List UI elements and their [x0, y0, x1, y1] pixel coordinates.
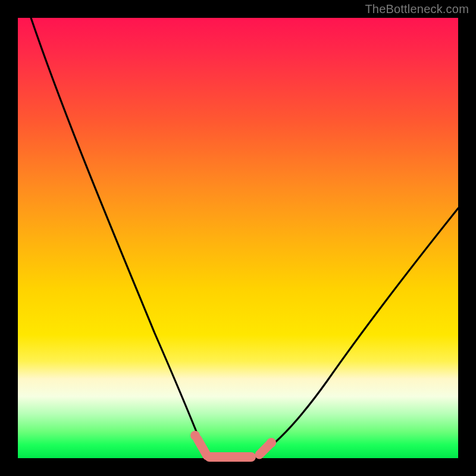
watermark-text: TheBottleneck.com [365, 2, 469, 16]
left-curve [31, 18, 207, 457]
right-dot-marker [267, 438, 276, 447]
left-seg-marker [198, 439, 207, 456]
plot-area [18, 18, 458, 458]
right-curve [256, 208, 458, 457]
curves-svg [18, 18, 458, 458]
chart-frame: TheBottleneck.com [0, 0, 476, 476]
